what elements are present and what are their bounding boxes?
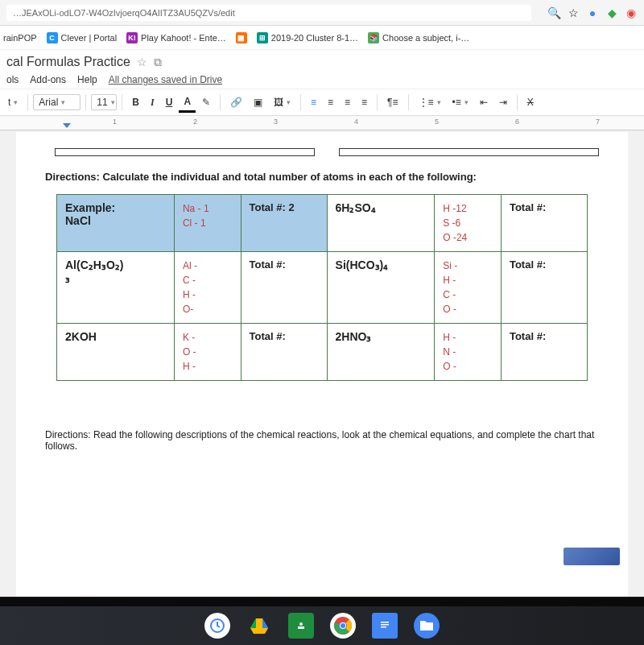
svg-rect-3 — [298, 626, 304, 629]
font-size-select[interactable]: 11 — [91, 94, 117, 110]
svg-rect-11 — [381, 622, 389, 623]
doc-title[interactable]: cal Formulas Practice — [6, 55, 130, 69]
total-label: Total #: — [510, 258, 579, 271]
clear-format-button[interactable]: X — [522, 93, 539, 111]
cell-total[interactable]: Total #: — [241, 252, 327, 324]
indent-decrease-button[interactable]: ⇤ — [475, 93, 493, 111]
cell-formula[interactable]: Example: NaCl — [57, 195, 175, 252]
extension-icon-1[interactable]: ● — [586, 6, 599, 19]
search-icon[interactable]: 🔍 — [547, 6, 560, 19]
horizontal-ruler[interactable]: 1 2 3 4 5 6 7 — [0, 116, 644, 130]
doc-header: cal Formulas Practice ☆ ⧉ ols Add-ons He… — [0, 50, 644, 89]
ruler-tick: 7 — [596, 118, 600, 126]
unknown-icon: ▦ — [236, 32, 247, 43]
bookmarks-bar: rainPOP C Clever | Portal K! Play Kahoot… — [0, 26, 644, 50]
atoms-table[interactable]: Example: NaCl Na - 1 Cl - 1 Total #: 2 6… — [56, 194, 588, 381]
menu-help[interactable]: Help — [77, 74, 97, 85]
cluster-icon: ⊞ — [257, 32, 268, 43]
star-doc-icon[interactable]: ☆ — [137, 56, 147, 68]
bookmark-label: Clever | Portal — [61, 33, 118, 43]
underline-button[interactable]: U — [161, 93, 178, 111]
formula-label: 2KOH — [65, 330, 166, 343]
formula-label: 2HNO₃ — [336, 330, 427, 343]
cell-total[interactable]: Total #: — [501, 324, 587, 381]
extension-icon-3[interactable]: ◉ — [625, 6, 638, 19]
cell-breakdown[interactable]: Si - H - C - O - — [435, 252, 502, 324]
cell-breakdown[interactable]: Na - 1 Cl - 1 — [174, 195, 241, 252]
text-color-button[interactable]: A — [179, 93, 196, 113]
align-center-button[interactable]: ≡ — [323, 93, 338, 111]
cell-formula[interactable]: 6H₂SO₄ — [327, 195, 435, 252]
separator — [122, 94, 122, 110]
comment-button[interactable]: ▣ — [249, 93, 267, 111]
ruler-tick: 2 — [193, 118, 197, 126]
header-box-right — [339, 148, 599, 156]
saved-status[interactable]: All changes saved in Drive — [109, 74, 222, 85]
shelf-clock-icon[interactable] — [204, 613, 230, 639]
cell-total[interactable]: Total #: — [501, 195, 587, 252]
atom-breakdown: H -12 S -6 O -24 — [443, 201, 493, 245]
svg-point-2 — [299, 622, 303, 626]
indent-increase-button[interactable]: ⇥ — [494, 93, 512, 111]
move-doc-icon[interactable]: ⧉ — [154, 56, 162, 69]
browser-action-icons: 🔍 ☆ ● ◆ ◉ — [547, 6, 638, 19]
cell-breakdown[interactable]: H - N - O - — [435, 324, 502, 381]
separator — [377, 94, 378, 110]
bookmark-brainpop[interactable]: rainPOP — [3, 33, 37, 43]
svg-rect-13 — [381, 626, 386, 628]
menu-tools[interactable]: ols — [6, 74, 19, 85]
cell-total[interactable]: Total #: — [241, 324, 327, 381]
bullet-list-button[interactable]: •≡ — [448, 93, 473, 111]
url-text[interactable]: …JEAxOLi-odLO7-W4OzIvjoerqO4AIITZ3AU5QZV… — [6, 5, 531, 21]
separator — [517, 94, 518, 110]
shelf-drive-icon[interactable] — [246, 613, 272, 639]
menu-bar: ols Add-ons Help All changes saved in Dr… — [6, 71, 644, 89]
shelf-classroom-icon[interactable] — [288, 613, 314, 639]
shelf-docs-icon[interactable] — [372, 613, 398, 639]
align-right-button[interactable]: ≡ — [340, 93, 355, 111]
bookmark-star-icon[interactable]: ☆ — [567, 6, 580, 19]
extension-icon-2[interactable]: ◆ — [605, 6, 618, 19]
cell-total[interactable]: Total #: 2 — [241, 195, 327, 252]
line-spacing-button[interactable]: ¶≡ — [382, 93, 402, 111]
cell-total[interactable]: Total #: — [501, 252, 587, 324]
formula-label: Example: NaCl — [65, 201, 166, 227]
header-boxes — [55, 148, 599, 156]
align-justify-button[interactable]: ≡ — [357, 93, 372, 111]
cell-formula[interactable]: 2HNO₃ — [327, 324, 435, 381]
cell-formula[interactable]: Al(C₂H₃O₂) ₃ — [57, 252, 175, 324]
link-button[interactable]: 🔗 — [225, 93, 247, 111]
image-button[interactable]: 🖼 — [269, 93, 295, 111]
bookmark-kahoot[interactable]: K! Play Kahoot! - Ente… — [126, 32, 226, 43]
italic-button[interactable]: I — [146, 93, 159, 112]
font-family-select[interactable]: Arial — [33, 94, 80, 110]
atom-breakdown: H - N - O - — [443, 330, 493, 374]
cell-formula[interactable]: Si(HCO₃)₄ — [327, 252, 435, 324]
indent-marker[interactable] — [63, 123, 71, 128]
bold-button[interactable]: B — [127, 93, 144, 111]
cell-breakdown[interactable]: K - O - H - — [174, 324, 241, 381]
atom-breakdown: Na - 1 Cl - 1 — [183, 201, 233, 230]
bookmark-label: rainPOP — [3, 33, 37, 43]
page[interactable]: Directions: Calculate the individual and… — [16, 132, 628, 614]
numbered-list-button[interactable]: ⋮≡ — [414, 93, 446, 111]
cell-breakdown[interactable]: H -12 S -6 O -24 — [435, 195, 502, 252]
cell-formula[interactable]: 2KOH — [57, 324, 175, 381]
bookmark-cluster[interactable]: ⊞ 2019-20 Cluster 8-1… — [257, 32, 358, 43]
cell-breakdown[interactable]: Al - C - H - O- — [174, 252, 241, 324]
bookmark-subject[interactable]: 📚 Choose a subject, i-… — [368, 32, 469, 43]
bookmark-label: Play Kahoot! - Ente… — [141, 33, 226, 43]
shelf-chrome-icon[interactable] — [330, 613, 356, 639]
shelf-files-icon[interactable] — [414, 613, 440, 639]
atom-breakdown: K - O - H - — [183, 330, 233, 374]
align-left-button[interactable]: ≡ — [306, 93, 321, 111]
table-row: 2KOH K - O - H - Total #: 2HNO₃ H - N - … — [57, 324, 588, 381]
subject-icon: 📚 — [368, 32, 379, 43]
bookmark-clever[interactable]: C Clever | Portal — [47, 32, 118, 43]
highlight-button[interactable]: ✎ — [197, 93, 215, 111]
document-area[interactable]: Directions: Calculate the individual and… — [0, 130, 644, 614]
bookmark-unknown[interactable]: ▦ — [236, 32, 247, 43]
paragraph-style-select[interactable]: t — [3, 93, 23, 111]
formatting-toolbar: t Arial 11 B I U A ✎ 🔗 ▣ 🖼 ≡ ≡ ≡ ≡ ¶≡ ⋮≡… — [0, 89, 644, 116]
menu-addons[interactable]: Add-ons — [30, 74, 66, 85]
